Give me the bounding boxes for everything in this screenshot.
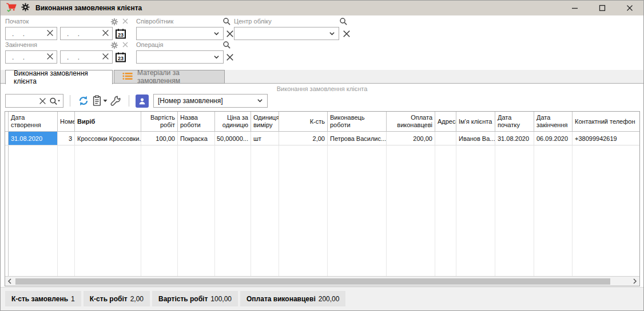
end-date-to-field[interactable]: . .	[60, 50, 113, 64]
column-header[interactable]: К-сть	[279, 112, 328, 131]
panel-caption: Виконання замовлення клієнта	[1, 85, 643, 92]
empty-cell	[435, 145, 456, 276]
column-header[interactable]: Виконавець роботи	[328, 112, 387, 131]
column-header[interactable]: Дата закінчення	[534, 112, 573, 131]
horizontal-scrollbar[interactable]	[5, 276, 639, 286]
table-cell[interactable]: Петрова Василис...	[328, 132, 387, 145]
operation-clear-icon[interactable]	[225, 53, 234, 62]
table-cell[interactable]: 50,00000...	[215, 132, 251, 145]
scroll-right-icon[interactable]	[630, 277, 639, 286]
column-header[interactable]: Одиниця виміру	[251, 112, 279, 131]
start-clear-icon[interactable]	[122, 18, 130, 26]
search-box[interactable]	[5, 94, 63, 108]
svg-text:23: 23	[118, 55, 124, 61]
table-cell[interactable]: 31.08.2020	[495, 132, 534, 145]
tab-order-fulfillment[interactable]: Виконання замовлення клієнта	[5, 70, 113, 84]
column-header[interactable]: Назва роботи	[178, 112, 215, 131]
operation-combobox[interactable]	[136, 50, 224, 64]
table-cell[interactable]: 06.09.2020	[534, 132, 573, 145]
table-cell[interactable]: 2,00	[279, 132, 328, 145]
start-settings-gear-icon[interactable]	[110, 18, 118, 26]
end-calendar-icon[interactable]: 23	[114, 50, 127, 64]
empty-cell	[328, 145, 387, 276]
clear-icon[interactable]	[46, 29, 54, 38]
empty-cell	[9, 145, 58, 276]
table-cell[interactable]: +38099942619	[573, 132, 640, 145]
scrollbar-thumb[interactable]	[15, 278, 610, 285]
filter-panel: Початок Співробітник Центр обліку . . . …	[1, 15, 643, 70]
empty-cell	[456, 145, 495, 276]
column-header[interactable]: Номер	[58, 112, 75, 131]
empty-cell	[495, 145, 534, 276]
empty-cell	[58, 145, 75, 276]
report-button[interactable]	[90, 94, 109, 108]
employee-filter-label: Співробітник	[136, 18, 173, 25]
empty-cell	[573, 145, 640, 276]
chevron-down-icon	[213, 53, 220, 61]
cart-icon	[6, 2, 17, 14]
search-clear-icon[interactable]	[39, 97, 46, 105]
group-by-combobox[interactable]: [Номер замовлення]	[153, 94, 268, 108]
start-date-from-field[interactable]: . .	[5, 27, 57, 40]
column-header[interactable]: Дата створення	[9, 112, 58, 131]
refresh-button[interactable]	[77, 94, 90, 108]
scroll-left-icon[interactable]	[5, 277, 14, 286]
accounting-center-clear-icon[interactable]	[342, 29, 351, 38]
toolbar-separator	[129, 95, 129, 107]
search-mode-icon[interactable]	[49, 97, 61, 105]
status-performer-payment: Оплата виконавцеві200,00	[240, 291, 345, 306]
employee-search-icon[interactable]	[222, 17, 230, 25]
end-clear-icon[interactable]	[122, 41, 130, 49]
app-window: Виконання замовлення клієнта Початок Спі…	[0, 0, 644, 311]
start-calendar-icon[interactable]: 23	[114, 27, 127, 40]
order-fulfillment-panel: Виконання замовлення клієнта	[1, 84, 643, 287]
maximize-button[interactable]	[589, 1, 616, 15]
operation-search-icon[interactable]	[222, 41, 230, 49]
empty-cell	[387, 145, 435, 276]
accounting-center-search-icon[interactable]	[339, 17, 347, 25]
table-row[interactable]: 31.08.20203Кроссовки Кроссовки...100,00П…	[5, 132, 639, 145]
settings-wrench-icon[interactable]	[109, 94, 122, 108]
accounting-center-combobox[interactable]	[234, 27, 339, 40]
empty-cell	[75, 145, 141, 276]
column-header[interactable]: Вартість робіт	[141, 112, 178, 131]
table-cell[interactable]: 200,00	[387, 132, 435, 145]
column-header[interactable]: Ім'я клієнта	[456, 112, 495, 131]
clear-icon[interactable]	[46, 53, 54, 62]
tab-order-materials[interactable]: Матеріали за замовленням	[114, 70, 225, 84]
svg-text:23: 23	[118, 32, 124, 37]
start-date-to-field[interactable]: . .	[60, 27, 113, 40]
end-settings-gear-icon[interactable]	[110, 41, 118, 49]
empty-cell	[534, 145, 573, 276]
column-header[interactable]: Контактний телефон	[573, 112, 640, 131]
table-header-row: Дата створенняНомерВирібВартість робітНа…	[5, 112, 639, 132]
search-input[interactable]	[8, 97, 31, 105]
column-header[interactable]: Адреса	[435, 112, 456, 131]
scrollbar-track[interactable]	[14, 278, 630, 285]
table-cell[interactable]	[435, 132, 456, 145]
close-button[interactable]	[616, 1, 643, 15]
table-cell[interactable]: 3	[58, 132, 75, 145]
table-cell[interactable]: шт	[251, 132, 279, 145]
chevron-down-icon	[329, 30, 335, 38]
empty-cell	[141, 145, 178, 276]
table-cell[interactable]: Покраска	[178, 132, 215, 145]
employee-combobox[interactable]	[136, 27, 224, 40]
table-cell[interactable]: 100,00	[141, 132, 178, 145]
table-cell[interactable]: Кроссовки Кроссовки...	[75, 132, 141, 145]
empty-cell	[178, 145, 215, 276]
column-header[interactable]: Ціна за одиницю	[215, 112, 251, 131]
orders-table: Дата створенняНомерВирібВартість робітНа…	[5, 111, 640, 286]
column-header[interactable]: Виріб	[75, 112, 141, 131]
clear-icon[interactable]	[102, 29, 109, 38]
minimize-button[interactable]	[561, 1, 589, 15]
client-button[interactable]	[136, 95, 149, 108]
end-date-from-field[interactable]: . .	[5, 50, 57, 64]
table-cell[interactable]: 31.08.2020	[9, 132, 58, 145]
clear-icon[interactable]	[102, 53, 109, 62]
title-bar: Виконання замовлення клієнта	[1, 1, 643, 15]
table-cell[interactable]: Иванов Ва...	[456, 132, 495, 145]
employee-clear-icon[interactable]	[225, 29, 234, 38]
column-header[interactable]: Дата початку	[495, 112, 534, 131]
column-header[interactable]: Оплата виконавцеві	[387, 112, 435, 131]
